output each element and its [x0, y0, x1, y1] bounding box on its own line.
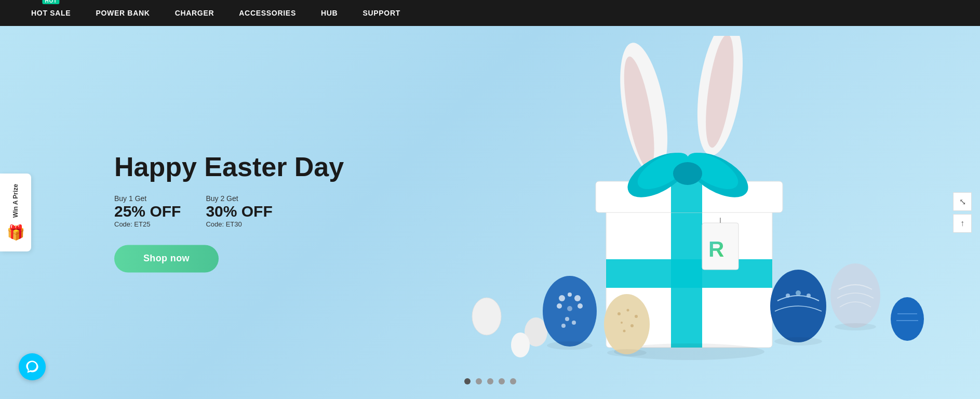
svg-rect-8	[671, 181, 702, 212]
main-navigation: HOT HOT SALE POWER BANK CHARGER ACCESSOR…	[0, 0, 980, 26]
scroll-controls: ⤡ ↑	[953, 192, 972, 233]
svg-point-35	[630, 324, 634, 327]
slide-dots	[464, 378, 516, 384]
promo1-code: Code: ET25	[114, 221, 181, 229]
svg-point-46	[547, 341, 593, 350]
promo-offers: Buy 1 Get 25% OFF Code: ET25 Buy 2 Get 3…	[114, 195, 344, 229]
svg-point-42	[891, 297, 924, 341]
svg-point-36	[623, 330, 626, 332]
svg-point-47	[607, 349, 647, 356]
svg-point-39	[796, 290, 801, 296]
nav-item-hub[interactable]: HUB	[321, 9, 338, 17]
svg-point-40	[807, 294, 811, 298]
win-prize-label: Win A Prize	[12, 184, 19, 218]
promo-block-1: Buy 1 Get 25% OFF Code: ET25	[114, 195, 181, 229]
hero-banner: Win A Prize 🎁 Happy Easter Day Buy 1 Get…	[0, 26, 980, 399]
easter-scene-svg: R	[435, 36, 954, 389]
svg-point-28	[572, 321, 576, 325]
svg-point-22	[568, 292, 572, 297]
slide-dot-4[interactable]	[499, 378, 505, 384]
resize-button[interactable]: ⤡	[953, 192, 972, 211]
gift-icon: 🎁	[7, 224, 25, 241]
svg-point-29	[561, 324, 566, 328]
svg-point-32	[627, 309, 629, 312]
svg-point-21	[559, 295, 565, 301]
svg-point-24	[578, 303, 583, 309]
svg-point-13	[673, 162, 702, 185]
promo2-percent: 30% OFF	[206, 204, 272, 220]
hero-title: Happy Easter Day	[114, 152, 344, 182]
promo1-percent: 25% OFF	[114, 204, 181, 220]
promo2-label: Buy 2 Get	[206, 195, 272, 203]
slide-dot-1[interactable]	[464, 378, 471, 384]
hot-badge: HOT	[43, 0, 60, 4]
svg-point-41	[830, 263, 880, 328]
slide-dot-5[interactable]	[510, 378, 516, 384]
nav-item-charger[interactable]: CHARGER	[175, 9, 214, 17]
svg-point-34	[621, 322, 623, 324]
svg-point-45	[511, 332, 530, 357]
nav-item-hot-sale[interactable]: HOT HOT SALE	[31, 9, 71, 17]
promo-block-2: Buy 2 Get 30% OFF Code: ET30	[206, 195, 272, 229]
svg-point-25	[567, 306, 572, 311]
slide-dot-3[interactable]	[487, 378, 493, 384]
svg-point-48	[774, 337, 822, 345]
svg-point-31	[617, 312, 621, 315]
svg-point-33	[635, 315, 638, 318]
nav-item-support[interactable]: SUPPORT	[363, 9, 400, 17]
hero-content: Happy Easter Day Buy 1 Get 25% OFF Code:…	[114, 152, 344, 272]
svg-point-27	[565, 317, 569, 321]
svg-point-38	[786, 294, 790, 298]
nav-item-accessories[interactable]: ACCESSORIES	[239, 9, 296, 17]
scroll-up-button[interactable]: ↑	[953, 214, 972, 233]
svg-point-23	[574, 295, 581, 301]
svg-point-18	[472, 298, 501, 335]
svg-point-49	[835, 323, 876, 330]
svg-rect-6	[606, 259, 772, 288]
chat-button[interactable]	[19, 353, 46, 380]
promo1-label: Buy 1 Get	[114, 195, 181, 203]
shop-now-button[interactable]: Shop now	[114, 245, 219, 273]
svg-point-30	[604, 294, 650, 354]
slide-dot-2[interactable]	[476, 378, 482, 384]
nav-item-power-bank[interactable]: POWER BANK	[96, 9, 150, 17]
promo2-code: Code: ET30	[206, 221, 272, 229]
svg-point-26	[557, 303, 562, 309]
svg-text:R: R	[708, 237, 724, 261]
chat-icon	[25, 360, 39, 374]
hero-image: R	[409, 26, 980, 399]
win-prize-sidebar[interactable]: Win A Prize 🎁	[0, 174, 31, 251]
